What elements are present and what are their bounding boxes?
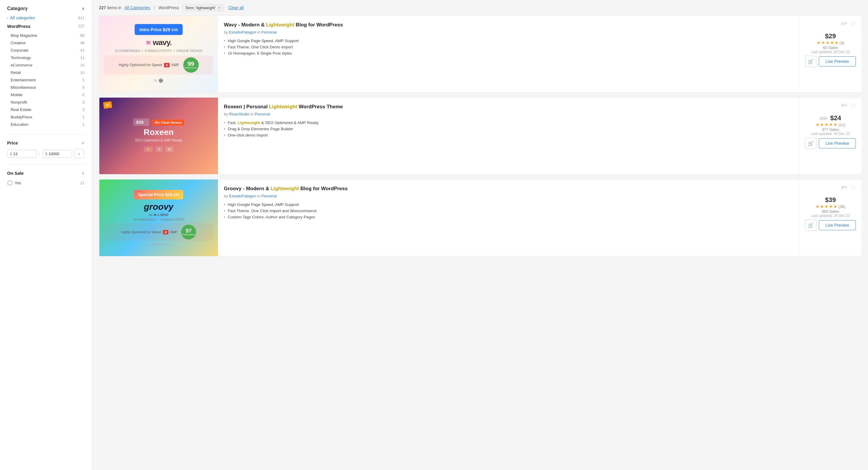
sales-count: 60 Sales (823, 46, 838, 50)
add-to-cart-button[interactable]: 🛒 (805, 56, 816, 67)
sidebar-item-label: Creative (11, 41, 26, 45)
sidebar-item-count: 3 (83, 100, 85, 105)
sidebar-item-label: Blog Magazine (11, 33, 37, 38)
clear-all-link[interactable]: Clear all (228, 5, 244, 10)
product-thumbnail-groovy: Special Price $39 $49 groovy for ⊕ & WOO… (99, 179, 218, 256)
price-max-input[interactable] (49, 152, 69, 156)
sidebar-item-creative[interactable]: Creative46 (7, 39, 85, 47)
onsale-checkbox[interactable] (8, 181, 12, 185)
live-preview-button[interactable]: Live Preview (819, 56, 856, 66)
sidebar-item-real-estate[interactable]: Real Estate3 (7, 106, 85, 113)
add-to-list-icon[interactable]: ≡+ (841, 184, 847, 192)
add-to-list-icon[interactable]: ≡+ (841, 102, 847, 110)
filter-tag-close-icon[interactable]: × (218, 5, 220, 10)
sidebar-item-count: 1 (83, 122, 85, 127)
top-bar: 227 items in All Categories / WordPress … (99, 0, 862, 16)
sidebar-item-mobile[interactable]: Mobile5 (7, 91, 85, 98)
category-link[interactable]: Personal (261, 194, 276, 198)
sidebar-item-entertainment[interactable]: Entertainment5 (7, 76, 85, 84)
sidebar-item-education[interactable]: Education1 (7, 121, 85, 128)
add-to-cart-button[interactable]: 🛒 (805, 138, 816, 149)
star-icon: ★ (821, 40, 825, 46)
sidebar-item-count: 46 (81, 41, 85, 45)
star-count: (11) (838, 122, 845, 127)
sidebar-item-label: Miscellaneous (11, 85, 36, 90)
wishlist-icon[interactable]: ♡ (850, 184, 856, 192)
sidebar-item-label: Entertainment (11, 78, 36, 82)
items-count: 227 items in (99, 5, 121, 10)
sidebar-item-blog-magazine[interactable]: Blog Magazine86 (7, 32, 85, 39)
star-icon: ★ (830, 40, 834, 46)
price-current: $29 (825, 32, 836, 40)
category-link[interactable]: Personal (261, 30, 276, 34)
breadcrumb-wordpress: WordPress (159, 5, 179, 10)
product-pricing: ≡+ ♡ $29 ★★★★★ (3) 60 Sales Last updated… (799, 16, 862, 92)
product-thumbnail: 🏷 $35 45+ Clean Demos Roxeen SEO Optimiz… (99, 98, 218, 174)
thumb-badge: Intro Price $29 $49 (135, 24, 182, 35)
star-icon: ★ (820, 204, 824, 209)
add-to-list-icon[interactable]: ≡+ (841, 21, 847, 28)
price-sale: $24 (830, 114, 841, 122)
card-top-icons: ≡+ ♡ (805, 21, 856, 28)
last-updated: Last updated: 28 Dec 23 (811, 132, 850, 136)
onsale-section-header[interactable]: On Sale ∨ (7, 171, 85, 176)
sidebar-item-count: 11 (81, 56, 85, 60)
author-link[interactable]: EstudioPatagon (229, 30, 256, 34)
sidebar-item-label: eCommerce (11, 63, 33, 67)
product-card-wavy: Intro Price $29 $49 ≋ wavy. 10 HOMEPAGES… (99, 16, 862, 93)
product-feature: High Google Page Speed, AMP Support (224, 38, 793, 43)
price-current: $39 (825, 196, 836, 204)
product-feature: Fast Theme, One Click Demo Import (224, 45, 793, 49)
star-icon: ★ (835, 40, 838, 46)
author-link[interactable]: RivaxStudio (229, 112, 249, 116)
sidebar-item-label: Nonprofit (11, 100, 27, 105)
breadcrumb-all-categories[interactable]: All Categories (124, 5, 150, 10)
sidebar-item-miscellaneous[interactable]: Miscellaneous5 (7, 84, 85, 91)
product-list: Intro Price $29 $49 ≋ wavy. 10 HOMEPAGES… (99, 16, 862, 256)
product-feature: Drag & Drop Elementor Page Builder (224, 127, 793, 131)
sidebar-item-retail[interactable]: Retail10 (7, 69, 85, 76)
category-link[interactable]: Personal (255, 112, 270, 116)
sidebar-item-label: BuddyPress (11, 115, 32, 119)
price-go-button[interactable]: › (74, 149, 84, 158)
price-header-label: Price (7, 140, 18, 145)
category-chevron-icon: ∨ (82, 6, 85, 11)
filter-tag: Term: 'lightweight' × (182, 4, 224, 11)
sidebar-item-nonprofit[interactable]: Nonprofit3 (7, 98, 85, 106)
onsale-chevron-icon: ∨ (82, 171, 85, 175)
product-pricing: ≡+ ♡ $35 $24 ★★★★★ (11) 477 Sales Last u… (799, 98, 862, 174)
price-min-input[interactable] (13, 152, 34, 156)
sidebar-item-buddypress[interactable]: BuddyPress1 (7, 113, 85, 121)
sidebar-item-corporate[interactable]: Corporate41 (7, 47, 85, 54)
author-link[interactable]: EstudioPatagon (229, 194, 256, 198)
wishlist-icon[interactable]: ♡ (850, 21, 856, 28)
star-icon: ★ (815, 122, 819, 127)
sidebar-item-ecommerce[interactable]: eCommerce10 (7, 61, 85, 69)
all-categories-link[interactable]: ‹ All categories 911 (7, 16, 85, 20)
add-to-cart-button[interactable]: 🛒 (805, 219, 816, 231)
wishlist-icon[interactable]: ♡ (850, 102, 856, 110)
card-actions: 🛒 Live Preview (805, 219, 856, 231)
all-categories-label: All categories (10, 16, 35, 20)
product-info: Wavy - Modern & Lightweight Blog for Wor… (218, 16, 799, 92)
category-list: Blog Magazine86Creative46Corporate41Tech… (7, 32, 85, 128)
star-rating: ★★★★★ (11) (815, 122, 845, 127)
star-count: (36) (838, 204, 845, 209)
live-preview-button[interactable]: Live Preview (819, 220, 856, 230)
product-features: High Google Page Speed, AMP SupportFast … (224, 38, 793, 56)
onsale-yes-count: 11 (81, 181, 85, 185)
card-actions: 🛒 Live Preview (805, 56, 856, 67)
sidebar-item-count: 10 (81, 70, 85, 75)
sidebar-item-technology[interactable]: Technology11 (7, 54, 85, 61)
filter-tag-text: Term: 'lightweight' (185, 6, 216, 10)
star-icon: ★ (829, 122, 833, 127)
card-top-icons: ≡+ ♡ (805, 102, 856, 110)
product-feature: One-click demo import (224, 133, 793, 137)
product-feature: Fast, Lightweight & SEO Optimized & AMP … (224, 120, 793, 125)
price-section-header[interactable]: Price ∨ (7, 140, 85, 145)
sidebar-item-label: Education (11, 122, 28, 127)
card-actions: 🛒 Live Preview (805, 138, 856, 149)
wordpress-section-title: WordPress 227 (7, 24, 85, 29)
category-header[interactable]: Category ∨ (7, 6, 85, 11)
live-preview-button[interactable]: Live Preview (819, 138, 856, 148)
